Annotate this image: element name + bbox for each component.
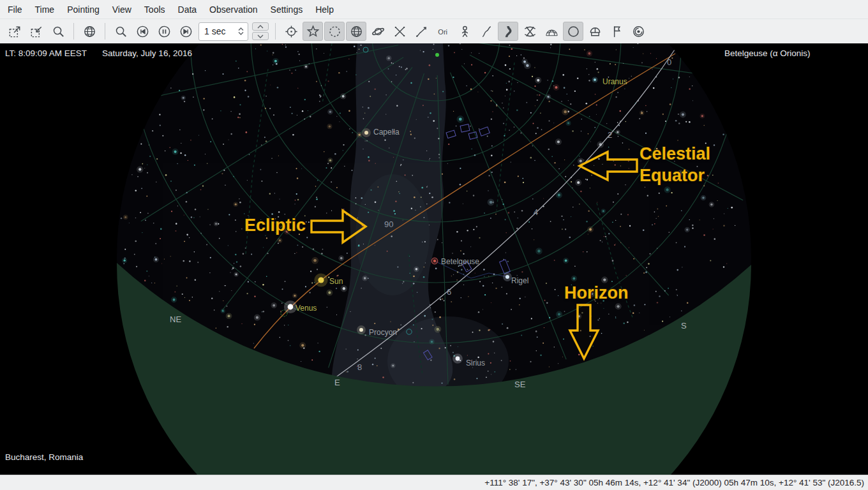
zoom-search-button[interactable] [110, 22, 131, 41]
dashed-circle-icon [327, 24, 342, 39]
menu-help[interactable]: Help [309, 0, 340, 19]
object-sirius[interactable] [453, 353, 463, 364]
toggle-milky-way-button[interactable] [498, 22, 518, 41]
toggle-deep-sky-button[interactable] [324, 22, 345, 41]
coordinate-label-6: 6 [447, 287, 451, 297]
sky-map[interactable]: CapellaBetelgeuseRigelProcyonSiriusUranu… [0, 43, 868, 475]
planet-label-sun: Sun [329, 277, 343, 286]
globe-icon [349, 24, 364, 39]
toggle-planets-button[interactable] [368, 22, 388, 41]
star-label-betelgeuse: Betelgeuse [441, 257, 479, 266]
toggle-solar-system-button[interactable] [346, 22, 366, 41]
toggle-stars-button[interactable] [303, 22, 323, 41]
toolbar: 1 secOri [0, 19, 868, 43]
track-object-button[interactable] [281, 22, 301, 41]
star-label-capella: Capella [373, 128, 400, 137]
toolbar-separator [105, 23, 105, 40]
object-betelgeuse[interactable] [431, 258, 438, 264]
toggle-equatorial-grid-button[interactable] [520, 22, 540, 41]
menu-observation[interactable]: Observation [203, 0, 264, 19]
menu-time[interactable]: Time [29, 0, 61, 19]
const-x-icon [393, 24, 407, 39]
hor-grid-icon [544, 24, 559, 39]
time-pause-button[interactable] [154, 22, 174, 41]
toggle-supernovae-button[interactable] [389, 22, 410, 41]
location-infobox[interactable]: Bucharest, Romania [5, 452, 83, 462]
const-line-icon [414, 24, 429, 39]
status-bar: +111° 38' 17", +37° 43' 30" 05h 46m 14s,… [0, 475, 868, 490]
saturn-icon [371, 24, 385, 39]
time-step-adjust-buttons [252, 22, 269, 40]
step-forward-icon [179, 24, 193, 39]
object-capella[interactable] [362, 128, 371, 137]
toggle-constellation-lines-button[interactable] [411, 22, 431, 41]
object-sun[interactable] [314, 273, 327, 286]
celestial-annotation-line2: Equator [640, 165, 710, 186]
focused-object: Betelgeuse (α Orionis) [724, 48, 811, 58]
coordinate-label-2: 2 [608, 130, 612, 140]
time-step-increase-button[interactable] [252, 22, 269, 31]
coordinates-readout: +111° 38' 17", +37° 43' 30" 05h 46m 14s,… [484, 478, 864, 487]
star-icon [306, 24, 320, 39]
coordinate-label-8: 8 [357, 362, 362, 372]
coordinate-label-4: 4 [534, 207, 538, 217]
search-icon [51, 24, 66, 39]
time-step-decrease-button[interactable] [252, 32, 269, 40]
time-step-back-button[interactable] [132, 22, 153, 41]
local-time: LT: 8:09:09 AM EEST [5, 48, 87, 58]
object-uranus[interactable] [592, 77, 597, 82]
geographic-location-button[interactable] [79, 22, 100, 41]
svg-text:Ori: Ori [438, 27, 447, 35]
star-label-sirius: Sirius [466, 359, 485, 368]
toggle-horizontal-grid-button[interactable] [541, 22, 562, 41]
globe-icon [82, 24, 97, 39]
pause-icon [157, 24, 172, 39]
star-label-procyon: Procyon [369, 328, 397, 337]
step-back-icon [135, 24, 150, 39]
coordinate-label-90: 90 [384, 219, 393, 229]
crosshair-icon [284, 24, 299, 39]
milkyway-icon [501, 24, 516, 39]
planet-label-venus: Venus [296, 304, 317, 313]
menu-data[interactable]: Data [172, 0, 204, 19]
toolbar-separator [73, 23, 74, 40]
menu-pointing[interactable]: Pointing [61, 0, 106, 19]
menu-settings[interactable]: Settings [264, 0, 310, 19]
toggle-constellation-boundaries-button[interactable] [476, 22, 497, 41]
dome-icon [588, 24, 602, 39]
toggle-satellites-button[interactable] [628, 22, 648, 41]
menu-view[interactable]: View [106, 0, 138, 19]
celestial-annotation-line1: Celestial [640, 143, 710, 165]
toggle-constellation-names-button[interactable]: Ori [433, 22, 453, 41]
time-step-value: 1 sec [199, 26, 237, 36]
toggle-constellation-art-button[interactable] [454, 22, 475, 41]
sky-map-area[interactable]: CapellaBetelgeuseRigelProcyonSiriusUranu… [0, 43, 868, 475]
celestial-equator-annotation: Celestial Equator [640, 143, 710, 186]
toggle-flags-button[interactable] [606, 22, 627, 41]
time-step-spinbox[interactable]: 1 sec [198, 22, 248, 41]
find-object-button[interactable] [48, 22, 68, 41]
object-procyon[interactable] [357, 325, 366, 334]
eye-icon [631, 24, 646, 39]
direction-label-se: SE [514, 380, 526, 389]
planet-label-uranus: Uranus [602, 77, 627, 86]
toggle-horizon-button[interactable] [563, 22, 583, 41]
time-infobox[interactable]: LT: 8:09:09 AM EESTSaturday, July 16, 20… [5, 48, 192, 58]
toolbar-separator [275, 23, 276, 40]
menu-file[interactable]: File [1, 0, 29, 19]
menu-tools[interactable]: Tools [138, 0, 172, 19]
coordinate-label-0: 0 [667, 57, 671, 67]
direction-label-ne: NE [170, 315, 181, 324]
focus-infobox[interactable]: Betelgeuse (α Orionis) [724, 48, 811, 58]
time-step-forward-button[interactable] [176, 22, 196, 41]
direction-label-e: E [334, 378, 340, 387]
zoom-default-button[interactable] [26, 22, 47, 41]
object-rigel[interactable] [503, 272, 512, 281]
spinbox-chevrons-icon[interactable] [237, 27, 248, 36]
zoom-full-button[interactable] [4, 22, 25, 41]
const-bound-icon [479, 24, 494, 39]
toggle-observatory-button[interactable] [585, 22, 605, 41]
geo-location: Bucharest, Romania [5, 452, 83, 462]
select-shrink-icon [29, 24, 44, 39]
ecliptic-annotation: Ecliptic [244, 214, 306, 236]
